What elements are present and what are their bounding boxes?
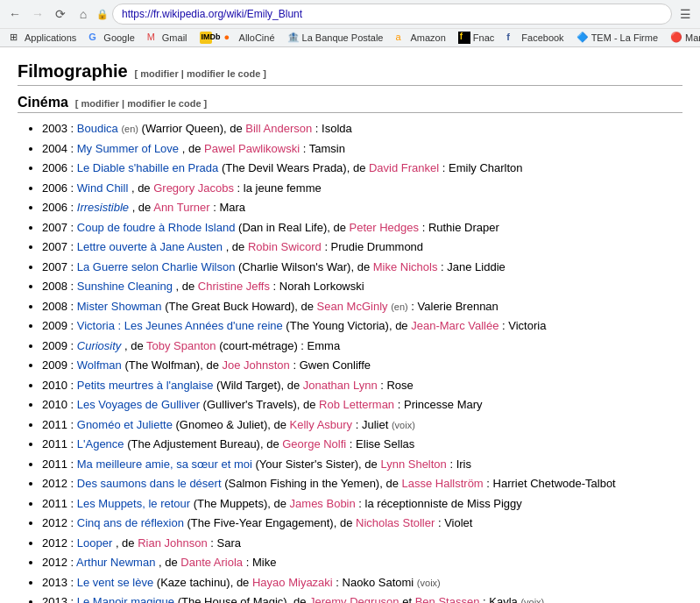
- bookmark-label: Gmail: [162, 32, 187, 43]
- list-item: 2011 : Ma meilleure amie, sa sœur et moi…: [42, 456, 682, 473]
- director-link[interactable]: Christine Jeffs: [198, 280, 270, 293]
- bookmark-mars[interactable]: 🔴 Mars Corporation: [668, 31, 700, 45]
- list-item: 2008 : Sunshine Cleaning , de Christine …: [42, 278, 682, 295]
- director-link[interactable]: Joe Johnston: [222, 358, 289, 372]
- director-link[interactable]: George Nolfi: [282, 437, 346, 450]
- applications-icon: ⊞: [10, 32, 22, 44]
- google-icon: G: [88, 32, 101, 44]
- director-link[interactable]: Pawel Pawlikowski: [204, 142, 300, 155]
- director-link[interactable]: Mike Nichols: [373, 260, 438, 273]
- facebook-icon: f: [506, 32, 519, 44]
- director-link[interactable]: Bill Anderson: [245, 122, 312, 135]
- director-link[interactable]: Nicholas Stoller: [356, 516, 435, 529]
- bookmark-label: Fnac: [473, 32, 494, 43]
- film-link[interactable]: L'Agence: [77, 437, 124, 450]
- list-item: 2012 : Arthur Newman , de Dante Ariola :…: [42, 554, 682, 571]
- film-link[interactable]: Des saumons dans le désert: [77, 477, 222, 490]
- fnac-icon: f: [458, 32, 470, 44]
- list-item: 2012 : Looper , de Rian Johnson : Sara: [42, 535, 682, 552]
- film-link[interactable]: Wolfman: [77, 358, 122, 372]
- bookmark-allocine[interactable]: ● AlloCiné: [222, 31, 278, 45]
- list-item: 2010 : Les Voyages de Gulliver (Gulliver…: [42, 396, 682, 414]
- bookmark-fnac[interactable]: f Fnac: [456, 31, 497, 45]
- director-link[interactable]: Kelly Asbury: [290, 418, 353, 431]
- section-cinema: Cinéma [ modifier | modifier le code ]: [18, 95, 682, 113]
- film-link[interactable]: Wind Chill: [77, 181, 129, 195]
- film-link[interactable]: Le vent se lève: [77, 576, 153, 589]
- title-edit-bracket: [ modifier | modifier le code ]: [135, 68, 266, 79]
- director-link[interactable]: Toby Spanton: [146, 339, 216, 352]
- bookmark-gmail[interactable]: M Gmail: [145, 31, 190, 45]
- director-link[interactable]: David Frankel: [369, 161, 439, 174]
- director-link[interactable]: Ann Turner: [153, 201, 209, 214]
- director-link[interactable]: Lynn Shelton: [380, 458, 446, 471]
- director-link[interactable]: Robin Swicord: [248, 240, 322, 253]
- bookmark-label: AlloCiné: [239, 32, 275, 43]
- banquepostale-icon: 🏦: [287, 32, 300, 44]
- director-link[interactable]: Lasse Hallström: [402, 477, 484, 490]
- film-link[interactable]: Gnoméo et Juliette: [77, 418, 173, 431]
- bookmark-tem[interactable]: 🔷 TEM - La Firme: [574, 31, 661, 45]
- director-link[interactable]: Rian Johnson: [138, 536, 208, 550]
- film-link[interactable]: Les Muppets, le retour: [77, 497, 190, 510]
- bookmark-label: Google: [103, 32, 134, 43]
- list-item: 2003 : Boudica (en) (Warrior Queen), de …: [42, 120, 682, 138]
- list-item: 2012 : Cinq ans de réflexion (The Five-Y…: [42, 514, 682, 532]
- title-edit-link[interactable]: modifier: [140, 68, 178, 79]
- list-item: 2006 : Le Diable s'habille en Prada (The…: [42, 160, 682, 177]
- film-link[interactable]: Petits meurtres à l'anglaise: [77, 379, 214, 392]
- bookmark-google[interactable]: G Google: [86, 31, 137, 45]
- film-link[interactable]: Looper: [77, 536, 112, 550]
- forward-button[interactable]: →: [28, 4, 47, 24]
- director-link[interactable]: Rob Letterman: [319, 398, 394, 411]
- browser-chrome: ← → ⟳ ⌂ 🔒 ☰ ⊞ Applications G Google M Gm…: [0, 0, 700, 47]
- cinema-edit-link[interactable]: modifier: [81, 98, 119, 109]
- film-link[interactable]: Coup de foudre à Rhode Island: [77, 221, 236, 234]
- director-link[interactable]: Dante Ariola: [180, 556, 243, 569]
- bookmark-applications[interactable]: ⊞ Applications: [7, 31, 79, 45]
- title-edit-code-link[interactable]: modifier le code: [187, 68, 260, 79]
- back-button[interactable]: ←: [5, 4, 25, 24]
- film-link[interactable]: My Summer of Love: [77, 142, 179, 155]
- film-link[interactable]: Le Manoir magique: [77, 595, 174, 603]
- film-link[interactable]: La Guerre selon Charlie Wilson: [77, 260, 236, 273]
- film-link[interactable]: Lettre ouverte à Jane Austen: [77, 240, 223, 253]
- list-item: 2013 : Le Manoir magique (The House of M…: [42, 593, 682, 603]
- list-item: 2006 : Wind Chill , de Gregory Jacobs : …: [42, 180, 682, 197]
- director-link[interactable]: Hayao Miyazaki: [252, 576, 333, 589]
- film-link[interactable]: Sunshine Cleaning: [77, 280, 173, 293]
- film-link[interactable]: Boudica: [77, 122, 118, 135]
- director-link[interactable]: Gregory Jacobs: [153, 181, 234, 195]
- director-link[interactable]: James Bobin: [290, 497, 356, 510]
- film-link[interactable]: Irresistible: [77, 201, 129, 214]
- director-link-2[interactable]: Ben Stassen: [415, 595, 480, 603]
- bookmark-imdb[interactable]: IMDb: [197, 31, 215, 45]
- film-link[interactable]: Victoria : Les Jeunes Années d'une reine: [77, 319, 283, 332]
- director-link[interactable]: Jeremy Degruson: [309, 595, 399, 603]
- list-item: 2010 : Petits meurtres à l'anglaise (Wil…: [42, 377, 682, 394]
- director-link[interactable]: Jean-Marc Vallée: [411, 319, 498, 332]
- director-link[interactable]: Sean McGinly: [317, 300, 388, 313]
- director-link[interactable]: Jonathan Lynn: [303, 379, 378, 392]
- reload-button[interactable]: ⟳: [51, 4, 70, 24]
- film-link[interactable]: Mister Showman: [77, 300, 162, 313]
- film-link[interactable]: Curiosity: [77, 339, 122, 352]
- gmail-icon: M: [147, 32, 159, 44]
- cinema-edit-code-link[interactable]: modifier le code: [127, 98, 201, 109]
- bookmark-banquepostale[interactable]: 🏦 La Banque Postale: [285, 31, 386, 45]
- list-item: 2011 : Gnoméo et Juliette (Gnomeo & Juli…: [42, 416, 682, 434]
- home-button[interactable]: ⌂: [74, 4, 93, 24]
- address-bar[interactable]: [112, 4, 672, 25]
- bookmark-amazon[interactable]: a Amazon: [392, 31, 448, 45]
- bookmarks-bar: ⊞ Applications G Google M Gmail IMDb ● A…: [0, 28, 700, 46]
- film-link[interactable]: Cinq ans de réflexion: [77, 516, 184, 529]
- film-link[interactable]: Les Voyages de Gulliver: [77, 398, 200, 411]
- director-link[interactable]: Peter Hedges: [350, 221, 420, 234]
- film-link[interactable]: Arthur Newman: [76, 556, 155, 569]
- imdb-icon: IMDb: [200, 32, 212, 44]
- menu-button[interactable]: ☰: [675, 4, 695, 24]
- film-link[interactable]: Ma meilleure amie, sa sœur et moi: [77, 458, 252, 471]
- bookmark-facebook[interactable]: f Facebook: [504, 31, 566, 45]
- filmography-list: 2003 : Boudica (en) (Warrior Queen), de …: [18, 120, 682, 603]
- film-link[interactable]: Le Diable s'habille en Prada: [77, 161, 218, 174]
